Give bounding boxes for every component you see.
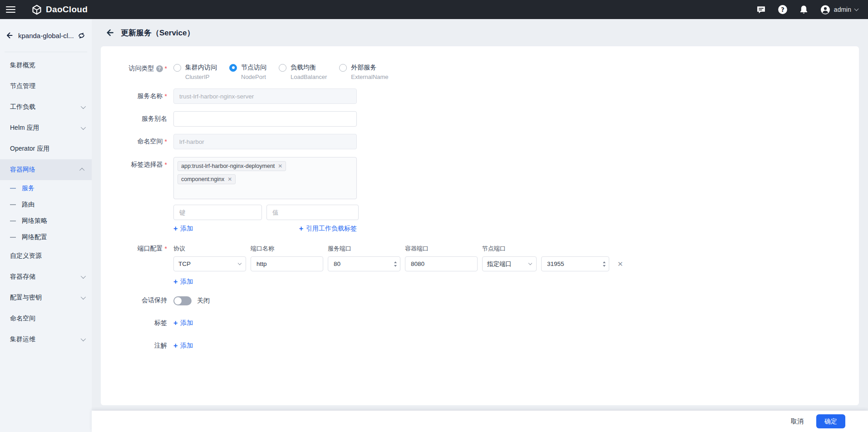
namespace-input[interactable] [173, 134, 357, 149]
help-icon[interactable]: ? [778, 5, 788, 15]
plus-icon: + [299, 225, 303, 232]
sidebar-item-operator-apps[interactable]: Operator 应用 [0, 138, 92, 159]
annotations-label: 注解 [154, 342, 167, 350]
chevron-down-icon [238, 261, 242, 265]
chevron-down-icon [854, 7, 859, 11]
avatar-icon [820, 5, 830, 15]
radio-icon[interactable] [173, 64, 181, 72]
add-annotation-button[interactable]: +添加 [173, 342, 193, 350]
port-name-input[interactable] [251, 256, 323, 271]
sidebar: kpanda-global-cl... 集群概览 节点管理 工作负载 Helm … [0, 19, 92, 432]
topbar: DaoCloud ? admin [0, 0, 868, 19]
required-asterisk: * [165, 65, 167, 72]
stepper-arrows-icon[interactable] [394, 261, 397, 267]
plus-icon: + [173, 342, 178, 349]
dash-icon [10, 204, 16, 205]
remove-tag-icon[interactable]: ✕ [278, 163, 282, 169]
sidebar-item-custom-resources[interactable]: 自定义资源 [0, 245, 92, 266]
sidebar-item-node-management[interactable]: 节点管理 [0, 76, 92, 97]
session-state: 关闭 [197, 297, 210, 305]
page-back-icon[interactable] [104, 27, 115, 38]
selector-key-input[interactable] [173, 205, 262, 220]
session-toggle[interactable] [173, 296, 192, 305]
help-icon[interactable]: ? [156, 65, 163, 72]
sidebar-item-services[interactable]: 服务 [0, 180, 92, 196]
remove-port-row-icon[interactable]: ✕ [617, 260, 623, 268]
service-alias-label: 服务别名 [142, 115, 167, 123]
chevron-down-icon [81, 125, 86, 130]
service-name-input[interactable] [173, 88, 357, 104]
user-menu[interactable]: admin [820, 5, 858, 15]
message-icon[interactable] [756, 5, 766, 15]
node-port-mode-select[interactable]: 指定端口 [482, 256, 537, 271]
selector-value-input[interactable] [266, 205, 359, 220]
container-port-input[interactable] [405, 256, 478, 271]
radio-icon[interactable] [339, 64, 347, 72]
sidebar-item-cluster-overview[interactable]: 集群概览 [0, 55, 92, 76]
labels-label: 标签 [154, 319, 167, 327]
sidebar-item-container-storage[interactable]: 容器存储 [0, 266, 92, 287]
page-header: 更新服务（Service） [92, 19, 868, 46]
sidebar-item-helm-apps[interactable]: Helm 应用 [0, 118, 92, 138]
plus-icon: + [173, 278, 178, 285]
plus-icon: + [173, 225, 178, 232]
protocol-select[interactable]: TCP [173, 256, 246, 271]
port-config-label: 端口配置 [138, 245, 163, 253]
svg-text:?: ? [781, 6, 784, 13]
dash-icon [10, 188, 16, 189]
page-title: 更新服务（Service） [121, 28, 195, 38]
ref-workload-labels-button[interactable]: +引用工作负载标签 [299, 225, 357, 233]
service-alias-input[interactable] [173, 111, 357, 127]
cluster-name[interactable]: kpanda-global-cl... [18, 32, 74, 39]
port-config-row: TCP 指定端口 ✕ [173, 256, 623, 271]
dash-icon [10, 221, 16, 221]
add-selector-button[interactable]: +添加 [173, 225, 193, 233]
add-port-button[interactable]: +添加 [173, 278, 193, 286]
bell-icon[interactable] [799, 5, 809, 15]
action-bar: 取消 确定 [92, 411, 868, 432]
sidebar-item-cluster-ops[interactable]: 集群运维 [0, 329, 92, 350]
sidebar-item-routes[interactable]: 路由 [0, 196, 92, 213]
remove-tag-icon[interactable]: ✕ [227, 177, 232, 182]
selector-tag: app:trust-lrf-harbor-nginx-deployment✕ [178, 161, 286, 171]
radio-loadbalancer[interactable]: 负载均衡 LoadBalancer [279, 64, 327, 80]
namespace-label: 命名空间 [138, 137, 163, 146]
confirm-button[interactable]: 确定 [816, 414, 845, 428]
port-config-headers: 协议 端口名称 服务端口 容器端口 节点端口 [173, 245, 623, 253]
sidebar-item-container-network[interactable]: 容器网络 [0, 159, 92, 180]
radio-nodeport[interactable]: 节点访问 NodePort [229, 64, 266, 80]
sidebar-item-network-policy[interactable]: 网络策略 [0, 213, 92, 229]
add-label-button[interactable]: +添加 [173, 319, 193, 327]
radio-externalname[interactable]: 外部服务 ExternalName [339, 64, 388, 80]
radio-clusterip[interactable]: 集群内访问 ClusterIP [173, 64, 217, 80]
access-type-label: 访问类型 [129, 64, 154, 73]
brand-logo[interactable]: DaoCloud [32, 5, 88, 15]
radio-icon[interactable] [279, 64, 286, 72]
label-selector-label: 标签选择器 [131, 161, 163, 169]
service-port-input[interactable] [328, 256, 400, 271]
sidebar-item-workloads[interactable]: 工作负载 [0, 97, 92, 118]
daocloud-logo-icon [32, 5, 42, 15]
chevron-down-icon [528, 261, 532, 265]
switch-cluster-icon[interactable] [77, 31, 86, 40]
username: admin [834, 6, 851, 13]
sidebar-item-network-config[interactable]: 网络配置 [0, 229, 92, 245]
radio-checked-icon[interactable] [229, 64, 237, 72]
chevron-down-icon [81, 295, 86, 299]
chevron-down-icon [81, 104, 86, 109]
label-selector-box: app:trust-lrf-harbor-nginx-deployment✕ c… [173, 157, 357, 199]
sidebar-item-namespaces[interactable]: 命名空间 [0, 308, 92, 329]
stepper-arrows-icon[interactable] [603, 261, 606, 267]
service-name-label: 服务名称 [138, 92, 163, 100]
node-port-stepper [541, 256, 609, 271]
toggle-knob [174, 297, 182, 304]
form-card: 访问类型 ? * 集群内访问 ClusterIP 节点访问 NodePort [101, 46, 859, 405]
cancel-button[interactable]: 取消 [791, 417, 804, 426]
dash-icon [10, 237, 16, 238]
brand-name: DaoCloud [46, 5, 88, 15]
sidebar-item-config-secrets[interactable]: 配置与密钥 [0, 287, 92, 308]
sidebar-back-icon[interactable] [4, 30, 14, 40]
plus-icon: + [173, 319, 178, 327]
menu-icon[interactable] [6, 6, 15, 13]
node-port-input[interactable] [541, 256, 609, 271]
